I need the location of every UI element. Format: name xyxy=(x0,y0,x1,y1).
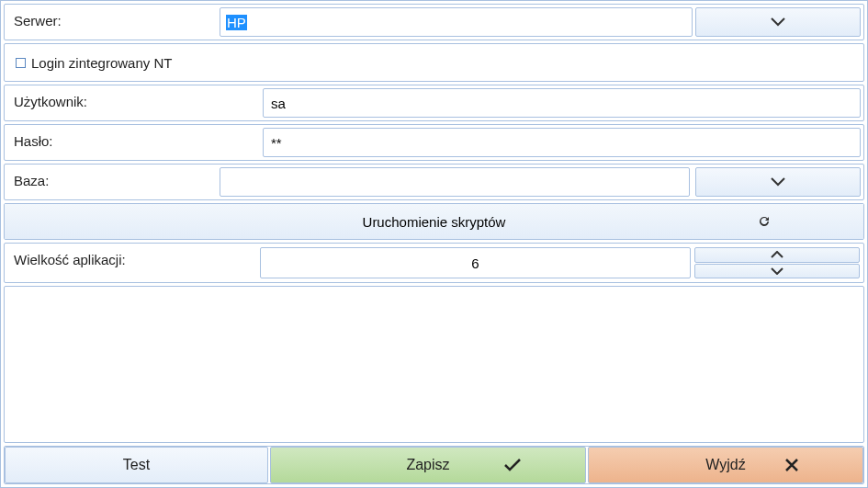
test-button-label: Test xyxy=(123,457,150,473)
server-value: HP xyxy=(226,15,247,30)
server-dropdown-button[interactable] xyxy=(695,7,861,37)
app-size-row: Wielkość aplikacji: xyxy=(4,243,864,283)
integrated-login-row[interactable]: Login zintegrowany NT xyxy=(4,43,864,82)
spacer-panel xyxy=(4,286,864,443)
user-label: Użytkownik: xyxy=(5,85,260,120)
database-row: Baza: xyxy=(4,164,864,200)
app-size-label: Wielkość aplikacji: xyxy=(5,244,260,282)
chevron-down-icon xyxy=(771,17,785,27)
password-input[interactable] xyxy=(263,128,861,157)
integrated-login-label: Login zintegrowany NT xyxy=(31,55,172,71)
password-label: Hasło: xyxy=(5,125,260,160)
check-icon xyxy=(504,459,521,471)
exit-button-label: Wyjdź xyxy=(705,457,745,473)
database-dropdown-button[interactable] xyxy=(695,167,861,197)
integrated-login-checkbox[interactable] xyxy=(16,58,26,68)
chevron-down-icon xyxy=(771,177,785,187)
server-row: Serwer: HP xyxy=(4,4,864,40)
app-size-input[interactable] xyxy=(260,247,691,278)
run-scripts-button[interactable]: Uruchomienie skryptów xyxy=(5,204,863,239)
server-label: Serwer: xyxy=(5,5,220,40)
run-scripts-label: Uruchomienie skryptów xyxy=(363,214,506,230)
run-scripts-row: Uruchomienie skryptów xyxy=(4,203,864,240)
password-row: Hasło: xyxy=(4,124,864,161)
chevron-up-icon xyxy=(771,251,783,258)
form-area: Serwer: HP Login zintegrowany NT Użytkow… xyxy=(1,1,867,443)
save-button-label: Zapisz xyxy=(406,457,449,473)
user-input[interactable] xyxy=(263,88,861,118)
app-size-down-button[interactable] xyxy=(694,264,860,279)
chevron-down-icon xyxy=(771,267,783,275)
refresh-icon xyxy=(757,214,772,229)
user-row: Użytkownik: xyxy=(4,85,864,121)
exit-button[interactable]: Wyjdź xyxy=(588,447,863,483)
database-input[interactable] xyxy=(220,167,690,197)
app-size-spinner xyxy=(694,247,860,278)
server-input[interactable]: HP xyxy=(220,7,693,37)
database-label: Baza: xyxy=(5,165,220,199)
config-window: Serwer: HP Login zintegrowany NT Użytkow… xyxy=(0,0,868,488)
footer: Test Zapisz Wyjdź xyxy=(4,446,864,484)
app-size-up-button[interactable] xyxy=(694,247,860,263)
test-button[interactable]: Test xyxy=(5,447,268,483)
save-button[interactable]: Zapisz xyxy=(270,447,586,483)
close-icon xyxy=(785,459,798,471)
